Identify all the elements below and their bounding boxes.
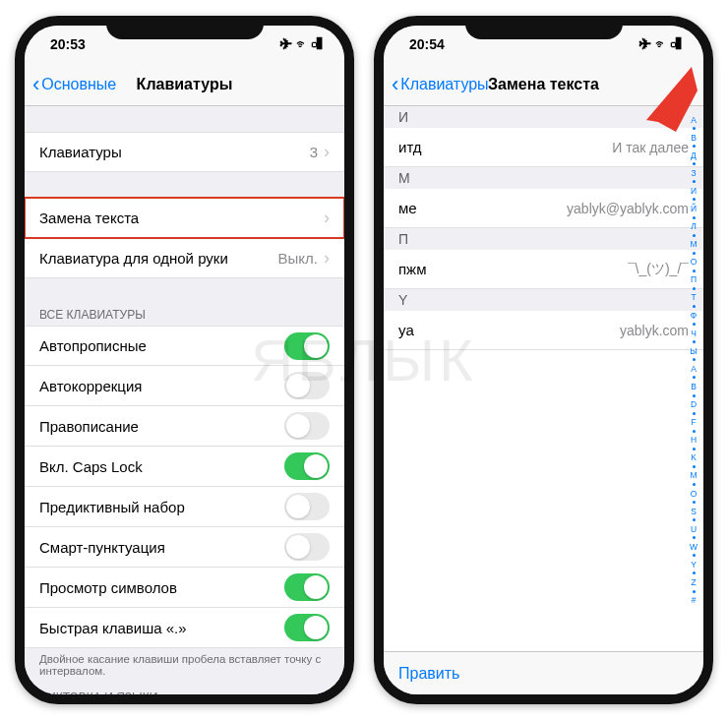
index-letter[interactable]: Z [691,577,696,587]
row-smartpunc[interactable]: Смарт-пунктуация [25,527,344,568]
toolbar: Править [384,651,703,694]
status-time: 20:54 [409,36,445,52]
index-letter[interactable]: A [691,364,697,374]
callout-arrow-icon [627,61,705,140]
index-letter[interactable]: Y [691,560,697,570]
row-quickdot[interactable]: Быстрая клавиша «.» [25,608,344,648]
index-letter[interactable]: D [691,399,697,409]
index-bar[interactable]: АВДЗИЙЛМОПТФЧЫABDFHKMOSUWYZ# [687,112,700,608]
footnote: Двойное касание клавиши пробела вставляе… [25,648,344,687]
index-letter[interactable]: H [691,435,697,445]
row-text-replacement[interactable]: Замена текста › [25,198,344,238]
row-value: 3 [310,144,318,160]
index-dot [693,483,696,486]
chevron-left-icon: ‹ [32,74,39,95]
replacement-row[interactable]: пжм¯\_(ツ)_/¯ [384,250,703,289]
section-header: Y [384,289,703,311]
row-label: Автокоррекция [39,378,142,394]
index-letter[interactable]: Д [691,150,697,160]
section-header-dictation: ДИКТОВКА И ЯЗЫКИ [25,687,344,694]
page-title: Замена текста [488,76,599,93]
phone-right: 20:54 ✈ ᯤ ▢▉ ‹ Клавиатуры Замена текста … [374,16,713,704]
shortcut-text: пжм [398,261,426,277]
index-letter[interactable]: O [691,489,698,499]
section-header: П [384,228,703,250]
index-letter[interactable]: Т [691,292,696,302]
index-letter[interactable]: Ф [691,311,697,321]
notch [106,16,264,39]
section-header: М [384,167,703,189]
row-label: Правописание [39,418,139,435]
index-letter[interactable]: Ч [691,329,697,338]
index-letter[interactable]: M [690,470,697,480]
index-dot [693,536,696,539]
toggle-switch[interactable] [284,493,330,520]
index-dot [693,323,696,326]
index-dot [693,270,696,272]
row-label: Клавиатуры [39,144,122,160]
index-letter[interactable]: B [691,382,697,391]
replacement-row[interactable]: yayablyk.com [384,311,703,350]
row-charprev[interactable]: Просмотр символов [25,568,344,608]
edit-button[interactable]: Править [398,665,459,683]
shortcut-text: ме [398,200,417,216]
status-icons: ✈ ᯤ ▢▉ [280,37,323,51]
replacement-row[interactable]: меyablyk@yablyk.com [384,189,703,228]
row-one-handed[interactable]: Клавиатура для одной руки Выкл.› [25,238,344,278]
index-dot [693,145,696,148]
row-label: Автопрописные [39,337,147,354]
toggle-switch[interactable] [284,372,330,399]
phrase-text: yablyk@yablyk.com [567,201,689,216]
index-letter[interactable]: Л [691,221,697,231]
index-letter[interactable]: K [691,452,697,462]
index-dot [693,287,696,290]
svg-marker-0 [646,67,698,132]
toggle-switch[interactable] [284,614,330,641]
row-label: Смарт-пунктуация [39,539,165,556]
row-label: Предиктивный набор [39,499,185,515]
back-button[interactable]: ‹ Клавиатуры [392,74,489,95]
index-letter[interactable]: F [691,417,696,427]
index-dot [693,216,696,219]
index-dot [693,305,696,308]
row-predict[interactable]: Предиктивный набор [25,487,344,527]
toggle-switch[interactable] [284,533,330,561]
index-letter[interactable]: Й [691,204,697,213]
notch [465,16,623,39]
index-letter[interactable]: U [691,524,697,534]
index-letter[interactable]: S [691,507,697,516]
replacements-list[interactable]: ИитдИ так далееМмеyablyk@yablyk.comПпжм¯… [384,106,703,651]
index-letter[interactable]: И [691,186,697,196]
row-autocorr[interactable]: Автокоррекция [25,366,344,406]
back-button[interactable]: ‹ Основные [32,74,116,95]
index-dot [693,590,696,593]
index-letter[interactable]: W [690,542,698,552]
row-label: Замена текста [39,210,139,226]
index-letter[interactable]: З [691,168,696,178]
phrase-text: yablyk.com [620,323,689,338]
row-spell[interactable]: Правописание [25,406,344,447]
index-letter[interactable]: О [691,257,698,267]
index-dot [693,162,696,165]
chevron-left-icon: ‹ [392,74,398,95]
index-letter[interactable]: # [692,595,697,605]
shortcut-text: итд [398,139,422,155]
index-letter[interactable]: М [690,239,697,249]
toggle-switch[interactable] [284,573,330,601]
row-capslock[interactable]: Вкл. Caps Lock [25,447,344,487]
page-title: Клавиатуры [137,76,233,93]
row-label: Быстрая клавиша «.» [39,620,187,636]
index-dot [693,501,696,504]
index-letter[interactable]: П [691,274,697,284]
toggle-switch[interactable] [284,332,330,360]
index-dot [693,394,696,397]
index-dot [693,448,696,450]
row-label: Вкл. Caps Lock [39,458,143,475]
row-autocap[interactable]: Автопрописные [25,326,344,366]
index-letter[interactable]: Ы [690,346,698,356]
toggle-switch[interactable] [284,412,330,440]
settings-content[interactable]: Клавиатуры 3› Замена текста › Клавиатура… [25,106,344,694]
toggle-switch[interactable] [284,452,330,480]
row-keyboards[interactable]: Клавиатуры 3› [25,132,344,172]
section-header-all: ВСЕ КЛАВИАТУРЫ [25,304,344,326]
